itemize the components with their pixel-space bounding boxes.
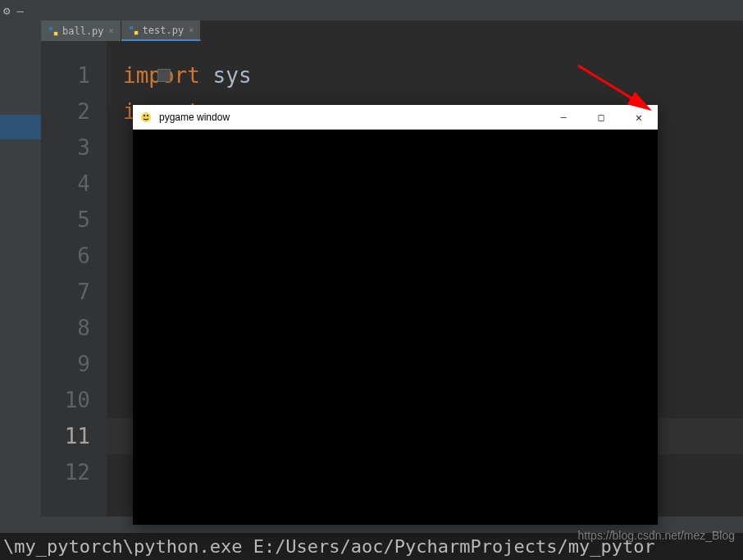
line-number: 2 [41, 93, 107, 130]
pygame-window: pygame window — □ ✕ [133, 105, 658, 525]
minimize-button[interactable]: — [545, 105, 582, 130]
svg-rect-2 [129, 25, 132, 29]
maximize-button[interactable]: □ [582, 105, 620, 130]
fold-indicator-icon[interactable] [157, 69, 171, 82]
svg-point-4 [141, 112, 151, 122]
close-icon[interactable]: × [189, 25, 194, 34]
line-number: 5 [41, 202, 107, 238]
python-file-icon [48, 25, 59, 37]
close-icon[interactable]: × [109, 26, 114, 35]
svg-rect-1 [54, 31, 57, 34]
code-line: import sys [107, 57, 743, 93]
top-toolbar: ⚙ — [0, 0, 743, 20]
tab-label: ball.py [62, 25, 104, 37]
tab-label: test.py [143, 25, 185, 36]
line-number: 3 [41, 130, 107, 166]
gear-icon[interactable]: ⚙ [3, 4, 10, 17]
left-panel-selection [0, 115, 41, 139]
svg-rect-0 [49, 26, 52, 30]
line-number: 9 [41, 346, 107, 382]
pygame-icon [139, 111, 153, 124]
line-number: 10 [41, 382, 107, 418]
line-number-gutter: 1 2 3 4 5 6 7 8 9 10 11 12 [41, 41, 107, 517]
line-number: 12 [41, 454, 107, 490]
tab-ball-py[interactable]: ball.py × [41, 20, 121, 41]
svg-point-6 [147, 115, 148, 116]
left-panel [0, 20, 41, 533]
line-number: 11 [41, 418, 107, 454]
pygame-titlebar[interactable]: pygame window — □ ✕ [133, 105, 658, 130]
line-number: 6 [41, 238, 107, 274]
tab-test-py[interactable]: test.py × [121, 20, 202, 41]
editor-tabs: ball.py × test.py × [41, 20, 201, 41]
window-controls: — □ ✕ [545, 105, 658, 130]
close-button[interactable]: ✕ [620, 105, 658, 130]
line-number: 4 [41, 166, 107, 202]
python-file-icon [128, 25, 139, 36]
line-number: 1 [41, 57, 107, 93]
svg-rect-3 [134, 30, 137, 34]
pygame-window-title: pygame window [159, 112, 545, 123]
line-number: 8 [41, 310, 107, 346]
minimize-icon[interactable]: — [16, 4, 23, 17]
watermark: https://blog.csdn.net/mez_Blog [578, 529, 735, 542]
svg-point-5 [144, 115, 145, 116]
line-number: 7 [41, 274, 107, 310]
console-text: \my_pytorch\python.exe E:/Users/aoc/Pych… [3, 536, 655, 557]
